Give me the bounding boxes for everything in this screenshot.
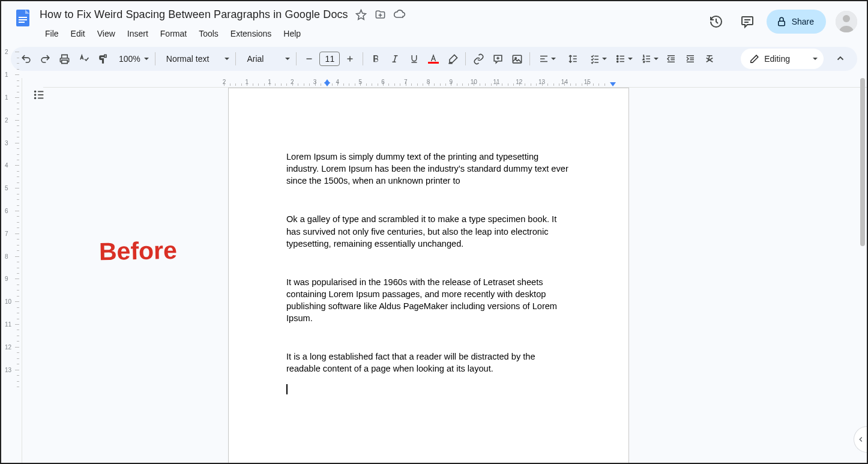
menubar: File Edit View Insert Format Tools Exten… [40,25,704,42]
lock-icon [776,16,787,27]
editing-mode-button[interactable]: Editing [741,49,824,69]
highlight-button[interactable] [444,50,462,68]
chevron-down-icon [813,58,818,60]
decrease-font-button[interactable] [300,50,318,68]
zoom-select[interactable]: 100% [113,54,151,64]
svg-point-23 [617,58,618,59]
menu-format[interactable]: Format [155,26,192,41]
line-spacing-button[interactable] [559,50,583,68]
chevron-down-icon [628,58,633,60]
insert-image-button[interactable] [508,50,526,68]
menu-file[interactable]: File [40,26,64,41]
svg-rect-2 [19,19,27,20]
svg-line-14 [394,56,396,62]
doc-title[interactable]: How to Fix Weird Spacing Between Paragra… [40,8,348,21]
decrease-indent-button[interactable] [662,50,680,68]
chevron-down-icon [551,58,556,60]
svg-point-36 [35,91,36,92]
text-color-button[interactable] [424,50,442,68]
document-page[interactable]: Lorem Ipsum is simply dummy text of the … [228,88,629,463]
svg-rect-1 [19,17,27,18]
font-size-input[interactable] [319,52,340,66]
spellcheck-button[interactable] [74,50,92,68]
chevron-down-icon [144,58,149,60]
clear-formatting-button[interactable] [701,50,719,68]
scroll-thumb[interactable] [860,78,865,246]
menu-view[interactable]: View [92,26,121,41]
menu-edit[interactable]: Edit [65,26,91,41]
paragraph[interactable]: It was popularised in the 1960s with the… [286,276,571,325]
paragraph[interactable]: It is a long established fact that a rea… [286,351,571,375]
vertical-scrollbar[interactable] [860,78,866,463]
paragraph-style-select[interactable]: Normal text [159,54,232,64]
increase-font-button[interactable] [341,50,359,68]
underline-button[interactable] [405,50,423,68]
increase-indent-button[interactable] [681,50,699,68]
title-area: How to Fix Weird Spacing Between Paragra… [40,6,704,42]
text-cursor [286,384,288,394]
bold-button[interactable] [367,50,385,68]
bulleted-list-button[interactable] [610,50,635,68]
align-button[interactable] [534,50,558,68]
share-label: Share [792,17,814,26]
docs-logo[interactable] [11,6,35,30]
avatar[interactable] [836,11,857,32]
outline-toggle-button[interactable] [28,84,50,106]
header-right: Share [704,6,857,34]
chevron-down-icon [285,58,290,60]
annotation-before: Before [99,237,178,266]
print-button[interactable] [55,50,73,68]
toolbar: 100% Normal text Arial Editing [11,47,857,71]
svg-point-37 [35,94,36,95]
redo-button[interactable] [36,50,54,68]
insert-link-button[interactable] [469,50,487,68]
toolbar-container: 100% Normal text Arial Editing [1,42,867,76]
svg-point-24 [617,61,618,62]
svg-point-38 [35,98,36,99]
pencil-icon [749,54,759,64]
numbered-list-button[interactable] [636,50,661,68]
undo-button[interactable] [17,50,35,68]
move-icon[interactable] [375,8,387,20]
insert-comment-button[interactable] [489,50,507,68]
paragraph[interactable] [286,384,571,396]
svg-point-22 [617,55,618,56]
chevron-down-icon [602,58,607,60]
horizontal-ruler[interactable]: 21123456789101112131415 [43,78,867,88]
menu-tools[interactable]: Tools [193,26,224,41]
cloud-status-icon[interactable] [394,8,406,20]
star-icon[interactable] [355,8,367,20]
svg-point-8 [843,15,850,22]
svg-rect-3 [19,22,25,23]
menu-insert[interactable]: Insert [122,26,154,41]
share-button[interactable]: Share [767,10,826,34]
paragraph[interactable]: Lorem Ipsum is simply dummy text of the … [286,151,571,187]
paragraph[interactable]: Ok a galley of type and scrambled it to … [286,213,571,249]
chevron-down-icon [225,58,229,60]
italic-button[interactable] [386,50,404,68]
header: How to Fix Weird Spacing Between Paragra… [1,1,867,42]
chevron-down-icon [654,58,659,60]
history-icon[interactable] [704,10,728,34]
editor-area: 2112345678910111213 21123456789101112131… [1,78,867,463]
vertical-ruler[interactable]: 2112345678910111213 [1,78,22,463]
collapse-toolbar-button[interactable] [830,48,851,70]
menu-help[interactable]: Help [278,26,306,41]
font-select[interactable]: Arial [240,54,292,64]
comments-icon[interactable] [735,10,759,34]
svg-rect-6 [778,21,785,26]
paint-format-button[interactable] [94,50,112,68]
checklist-button[interactable] [585,50,609,68]
canvas: 21123456789101112131415 Before Lorem Ips… [22,78,867,463]
menu-extensions[interactable]: Extensions [225,26,277,41]
